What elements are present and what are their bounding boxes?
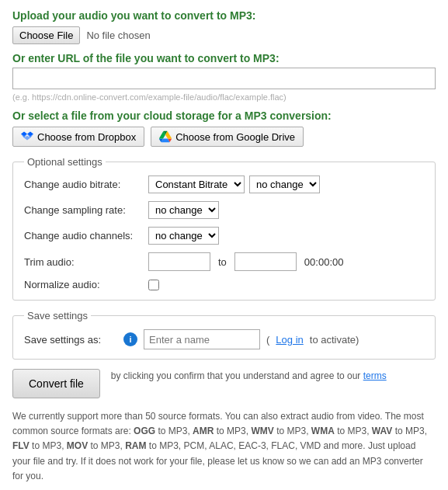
sampling-label: Change sampling rate: bbox=[24, 204, 148, 216]
upload-section: Upload your audio you want to convert to… bbox=[12, 9, 436, 44]
trim-to: to bbox=[218, 256, 227, 268]
sampling-controls: no change bbox=[148, 201, 219, 219]
save-settings-legend: Save settings bbox=[24, 310, 91, 321]
cloud-label: Or select a file from your cloud storage… bbox=[12, 109, 436, 122]
dropbox-label: Choose from Dropbox bbox=[37, 131, 136, 143]
normalize-checkbox[interactable] bbox=[148, 280, 159, 290]
normalize-label: Normalize audio: bbox=[24, 279, 148, 290]
upload-label: Upload your audio you want to convert to… bbox=[12, 9, 436, 22]
cloud-buttons: Choose from Dropbox Choose from Google D… bbox=[12, 127, 436, 147]
svg-marker-1 bbox=[27, 132, 33, 137]
url-label: Or enter URL of the file you want to con… bbox=[12, 52, 436, 64]
optional-settings-fieldset: Optional settings Change audio bitrate: … bbox=[12, 156, 436, 301]
bitrate-label: Change audio bitrate: bbox=[24, 179, 148, 190]
gdrive-label: Choose from Google Drive bbox=[175, 131, 295, 143]
trim-controls: to 00:00:00 bbox=[148, 252, 343, 271]
optional-settings-legend: Optional settings bbox=[24, 156, 106, 168]
svg-marker-0 bbox=[21, 132, 27, 137]
login-link[interactable]: Log in bbox=[276, 334, 303, 346]
disclaimer-text: by clicking you confirm that you underst… bbox=[111, 370, 361, 381]
choose-file-button[interactable]: Choose File bbox=[12, 26, 80, 44]
sampling-select[interactable]: no change bbox=[148, 201, 219, 219]
sampling-row: Change sampling rate: no change bbox=[24, 201, 424, 219]
url-input[interactable] bbox=[12, 68, 436, 89]
convert-button[interactable]: Convert file bbox=[12, 369, 100, 398]
save-row: Save settings as: i ( Log in to activate… bbox=[24, 329, 424, 349]
save-name-input[interactable] bbox=[144, 329, 260, 349]
trim-start-input[interactable] bbox=[148, 252, 210, 271]
trim-label: Trim audio: bbox=[24, 256, 148, 268]
dropbox-icon bbox=[21, 130, 33, 143]
trim-row: Trim audio: to 00:00:00 bbox=[24, 252, 424, 271]
trim-time: 00:00:00 bbox=[304, 256, 344, 268]
url-hint: (e.g. https://cdn.online-convert.com/exa… bbox=[12, 92, 436, 102]
bitrate-controls: Constant Bitrate Variable Bitrate no cha… bbox=[148, 175, 320, 193]
formats-text: We currently support more than 50 source… bbox=[12, 409, 436, 484]
save-settings-label: Save settings as: bbox=[24, 334, 117, 346]
channels-row: Change audio channels: no change bbox=[24, 227, 424, 245]
terms-link[interactable]: terms bbox=[363, 370, 387, 381]
gdrive-icon bbox=[159, 130, 172, 143]
channels-controls: no change bbox=[148, 227, 219, 245]
cloud-section: Or select a file from your cloud storage… bbox=[12, 109, 436, 147]
gdrive-button[interactable]: Choose from Google Drive bbox=[151, 127, 304, 147]
save-settings-fieldset: Save settings Save settings as: i ( Log … bbox=[12, 310, 436, 360]
dropbox-button[interactable]: Choose from Dropbox bbox=[12, 127, 144, 147]
bitrate-extra-select[interactable]: no change bbox=[249, 175, 320, 193]
url-section: Or enter URL of the file you want to con… bbox=[12, 52, 436, 102]
trim-end-input[interactable] bbox=[234, 252, 297, 271]
normalize-controls bbox=[148, 280, 159, 290]
normalize-row: Normalize audio: bbox=[24, 279, 424, 290]
channels-label: Change audio channels: bbox=[24, 230, 148, 242]
channels-select[interactable]: no change bbox=[148, 227, 219, 245]
bitrate-row: Change audio bitrate: Constant Bitrate V… bbox=[24, 175, 424, 193]
file-row: Choose File No file chosen bbox=[12, 26, 436, 44]
login-suffix: to activate) bbox=[310, 334, 359, 346]
bitrate-select[interactable]: Constant Bitrate Variable Bitrate bbox=[148, 175, 245, 193]
info-icon[interactable]: i bbox=[123, 332, 137, 346]
no-file-text: No file chosen bbox=[86, 30, 150, 41]
login-prefix: ( bbox=[266, 334, 269, 346]
convert-row: Convert file by clicking you confirm tha… bbox=[12, 369, 436, 398]
convert-disclaimer: by clicking you confirm that you underst… bbox=[111, 369, 387, 383]
